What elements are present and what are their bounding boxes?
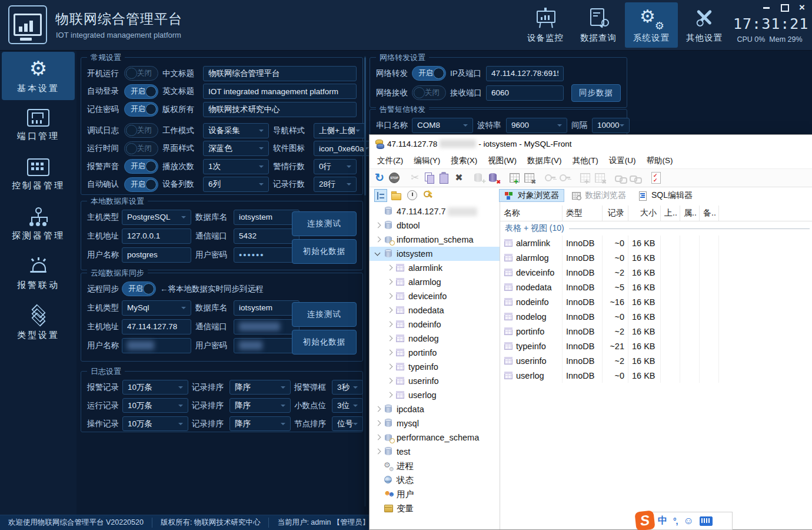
- sidebar-item-basic-settings[interactable]: ⚙ 基本设置: [2, 52, 75, 100]
- baud-rate-select[interactable]: 9600: [506, 118, 567, 133]
- cut-icon[interactable]: [408, 171, 421, 184]
- tree-item[interactable]: alarmlink: [370, 261, 500, 275]
- db-name-input[interactable]: iotsystem: [234, 300, 299, 316]
- username-input[interactable]: [122, 338, 191, 353]
- expand-arrow-icon[interactable]: [373, 249, 382, 259]
- table-row[interactable]: alarmlink InnoDB ~0 16 KB: [500, 236, 812, 250]
- tree-item[interactable]: deviceinfo: [370, 289, 500, 303]
- toggle-switch[interactable]: 关闭: [124, 66, 158, 81]
- select-input[interactable]: 3位: [332, 398, 363, 413]
- port-input[interactable]: [234, 319, 299, 334]
- list-header[interactable]: 名称 类型 记录 大小 上.. 属.. 备..: [500, 206, 812, 221]
- expand-arrow-icon[interactable]: [385, 376, 394, 386]
- tree-item[interactable]: 状态: [370, 473, 500, 487]
- host-type-select[interactable]: PostgreSQL: [122, 210, 191, 225]
- tree-item[interactable]: 进程: [370, 459, 500, 473]
- text-input[interactable]: 物联网技术研究中心: [203, 102, 357, 117]
- expand-arrow-icon[interactable]: [373, 489, 382, 499]
- expand-arrow-icon[interactable]: [385, 292, 394, 301]
- menu-item[interactable]: 数据库(V): [522, 155, 567, 166]
- refresh-icon[interactable]: [373, 171, 386, 184]
- select-input[interactable]: 6列: [203, 177, 269, 192]
- expand-arrow-icon[interactable]: [373, 433, 382, 442]
- column-header[interactable]: 上..: [661, 206, 680, 221]
- tree-view-icon[interactable]: [374, 189, 387, 202]
- connect-test-button[interactable]: 连接测试: [292, 302, 357, 327]
- mysql-title-bar[interactable]: 47.114.127.78- iotsystem - MySQL-Front: [370, 135, 812, 153]
- password-input[interactable]: ••••••: [234, 247, 299, 263]
- tree-item[interactable]: typeinfo: [370, 360, 500, 374]
- expand-arrow-icon[interactable]: [385, 277, 394, 287]
- menu-item[interactable]: 文件(Z): [372, 155, 408, 166]
- tab-sql-editor[interactable]: SQL编辑器: [633, 189, 697, 202]
- expand-arrow-icon[interactable]: [385, 263, 394, 273]
- expand-arrow-icon[interactable]: [385, 334, 394, 343]
- host-type-select[interactable]: MySql: [122, 300, 191, 316]
- table-row[interactable]: nodeinfo InnoDB ~16 16 KB: [500, 294, 812, 309]
- select-input[interactable]: 位号: [332, 416, 363, 431]
- toggle-switch[interactable]: 关闭: [124, 123, 158, 138]
- tree-item[interactable]: performance_schema: [370, 430, 500, 445]
- select-input[interactable]: 10万条: [122, 416, 188, 431]
- expand-arrow-icon[interactable]: [385, 390, 394, 400]
- com-port-select[interactable]: COM8: [412, 118, 473, 133]
- keyboard-icon[interactable]: [700, 516, 713, 526]
- tree-item[interactable]: nodelog: [370, 332, 500, 346]
- nav-system-settings[interactable]: ⚙⚙ 系统设置: [625, 2, 678, 48]
- add-database-icon[interactable]: [473, 171, 486, 184]
- copy-icon[interactable]: [423, 171, 436, 184]
- sidebar-item-alarm-linkage[interactable]: 报警联动: [2, 250, 75, 298]
- tree-item[interactable]: userlog: [370, 388, 500, 402]
- tree-item[interactable]: ipcdata: [370, 402, 500, 416]
- tree-item[interactable]: 变量: [370, 501, 500, 515]
- add-link-icon[interactable]: [614, 171, 627, 184]
- port-input[interactable]: 5432: [234, 228, 299, 244]
- sidebar-item-port-management[interactable]: 端口管理: [2, 101, 75, 150]
- expand-arrow-icon[interactable]: [373, 207, 382, 216]
- network-receive-toggle[interactable]: 关闭: [412, 85, 446, 100]
- scrollbar-thumb[interactable]: [364, 57, 366, 196]
- drop-database-icon[interactable]: [488, 171, 501, 184]
- expand-arrow-icon[interactable]: [373, 461, 382, 471]
- host-address-input[interactable]: 47.114.127.78: [122, 319, 191, 334]
- init-data-button[interactable]: 初始化数据: [292, 330, 357, 355]
- tree-item[interactable]: information_schema: [370, 233, 500, 247]
- column-header[interactable]: 属..: [680, 206, 700, 221]
- toggle-switch[interactable]: 开启: [124, 102, 158, 117]
- nav-device-monitor[interactable]: 设备监控: [519, 2, 572, 48]
- expand-arrow-icon[interactable]: [373, 447, 382, 456]
- remote-sync-toggle[interactable]: 开启: [122, 281, 156, 296]
- ime-language-toggle[interactable]: 中: [658, 515, 667, 527]
- select-input[interactable]: 1次: [203, 159, 269, 174]
- table-row[interactable]: userinfo InnoDB ~2 16 KB: [500, 353, 812, 368]
- folders-icon[interactable]: [390, 189, 403, 202]
- expand-arrow-icon[interactable]: [385, 320, 394, 329]
- select-input[interactable]: 降序: [229, 416, 291, 431]
- select-input[interactable]: 设备采集: [203, 123, 269, 138]
- interval-select[interactable]: 10000: [592, 118, 630, 133]
- tree-item[interactable]: dbtool: [370, 218, 500, 233]
- tree-item[interactable]: 47.114.127.7: [370, 204, 500, 218]
- tree-item[interactable]: portinfo: [370, 346, 500, 360]
- tree-item[interactable]: 用户: [370, 487, 500, 501]
- table-row[interactable]: alarmlog InnoDB ~0 16 KB: [500, 250, 812, 265]
- table-row[interactable]: nodelog InnoDB ~0 16 KB: [500, 309, 812, 324]
- column-header[interactable]: 备..: [700, 206, 719, 221]
- clock-icon[interactable]: [406, 189, 419, 202]
- tree-item[interactable]: nodeinfo: [370, 317, 500, 332]
- tree-item[interactable]: iotsystem: [370, 247, 500, 261]
- menu-item[interactable]: 视图(W): [482, 155, 522, 166]
- table-row[interactable]: nodedata InnoDB ~5 16 KB: [500, 280, 812, 294]
- table-row[interactable]: portinfo InnoDB ~2 16 KB: [500, 324, 812, 339]
- expand-arrow-icon[interactable]: [373, 419, 382, 428]
- column-header[interactable]: 名称: [500, 206, 563, 221]
- db-name-input[interactable]: iotsystem: [234, 210, 299, 225]
- tree-item[interactable]: test: [370, 445, 500, 459]
- add-key-icon[interactable]: [544, 171, 557, 184]
- select-input[interactable]: 3秒: [332, 380, 363, 395]
- paste-icon[interactable]: [438, 171, 451, 184]
- drop-link-icon[interactable]: [629, 171, 642, 184]
- column-header[interactable]: 记录: [603, 206, 628, 221]
- sogou-logo-icon[interactable]: S: [634, 510, 655, 530]
- expand-arrow-icon[interactable]: [373, 475, 382, 485]
